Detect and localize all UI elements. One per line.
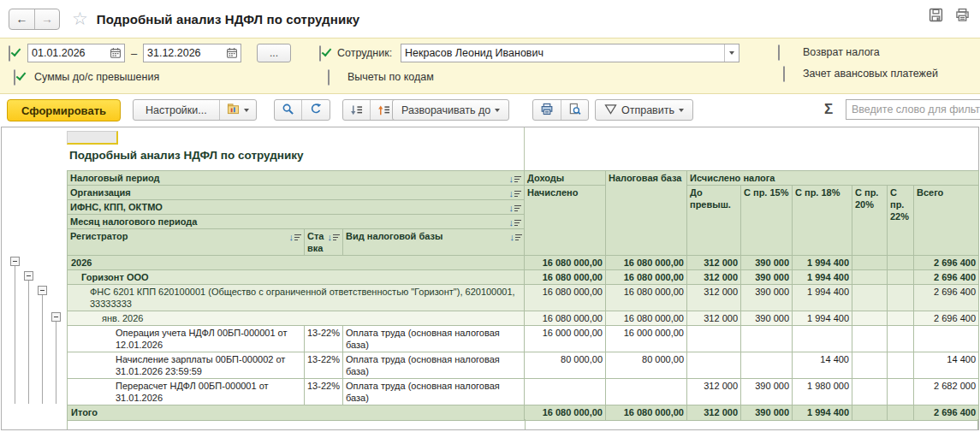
- sum-icon[interactable]: Σ: [824, 101, 833, 118]
- table-row[interactable]: Начисление зарплаты 00БП-000002 от 31.01…: [68, 352, 979, 379]
- grid-line: [524, 127, 525, 170]
- reset-search-icon: [309, 103, 323, 118]
- tree-line: [15, 266, 15, 404]
- sort-icon[interactable]: ↓: [509, 187, 522, 198]
- date-to-input[interactable]: [144, 44, 223, 62]
- send-label: Отправить: [621, 104, 674, 116]
- settings-button[interactable]: Настройки...: [134, 100, 219, 120]
- period-checkbox[interactable]: [9, 45, 10, 62]
- save-icon[interactable]: [929, 8, 943, 22]
- chevron-down-icon: [495, 109, 500, 112]
- date-from-field: [27, 44, 125, 62]
- report-area: Подробный анализ НДФЛ по сотруднику Нало…: [1, 127, 979, 430]
- sort-icon[interactable]: ↓: [509, 173, 522, 183]
- tax-refund-checkbox[interactable]: [778, 44, 780, 61]
- grouping-tree: [2, 127, 67, 429]
- table-row[interactable]: Перерасчет НДФЛ 00БП-000001 от 31.01.202…: [68, 379, 979, 405]
- quick-filter-input[interactable]: [846, 99, 980, 120]
- table-row[interactable]: Горизонт ООО 16 080 000,0016 080 000,00 …: [68, 270, 979, 285]
- send-button[interactable]: Отправить: [595, 99, 693, 121]
- search-icon: [282, 103, 294, 118]
- preview-icon: [568, 103, 581, 118]
- calendar-icon[interactable]: [223, 44, 241, 62]
- header-tax-period[interactable]: Налоговый период ↓: [68, 171, 525, 186]
- print-preview-button[interactable]: [561, 100, 588, 120]
- deductions-checkbox[interactable]: [328, 69, 330, 86]
- chevron-down-icon: [679, 109, 684, 112]
- header-organization[interactable]: Организация ↓: [68, 186, 525, 200]
- header-calculated[interactable]: Исчислено налога: [687, 171, 979, 186]
- employee-label: Сотрудник:: [337, 47, 392, 59]
- period-more-button[interactable]: ...: [257, 44, 291, 62]
- employee-dropdown-button[interactable]: [724, 44, 739, 62]
- tax-refund-label: Возврат налога: [803, 46, 880, 58]
- print-icon[interactable]: [955, 8, 970, 22]
- active-cell-cursor[interactable]: [67, 131, 118, 145]
- sort-icon[interactable]: ↓: [509, 202, 522, 212]
- employee-checkbox[interactable]: [319, 45, 321, 62]
- collapse-levels-icon[interactable]: [343, 100, 370, 120]
- sums-label: Суммы до/с превышения: [34, 71, 159, 83]
- nav-buttons: ← →: [9, 9, 60, 30]
- print-button[interactable]: [533, 100, 561, 120]
- header-ifns[interactable]: ИФНС, КПП, ОКТМО ↓: [68, 200, 525, 215]
- expand-to-label: Разворачивать до: [401, 104, 490, 116]
- sort-icon[interactable]: ↓: [510, 231, 523, 241]
- collapse-group-button[interactable]: [24, 271, 33, 281]
- report-toolbar: Сформировать Настройки... Р: [0, 94, 980, 127]
- tree-line: [56, 322, 56, 404]
- window-header: ← → ☆ Подробный анализ НДФЛ по сотрудник…: [0, 0, 980, 38]
- tree-line: [42, 295, 43, 404]
- find-button[interactable]: [275, 100, 301, 120]
- employee-field: [401, 44, 739, 62]
- page-title: Подробный анализ НДФЛ по сотруднику: [97, 12, 359, 27]
- expand-to-button[interactable]: Разворачивать до: [392, 99, 509, 121]
- printer-icon: [540, 103, 554, 118]
- sort-icon[interactable]: ↓: [328, 231, 341, 241]
- employee-input[interactable]: [401, 44, 724, 62]
- report-variants-button[interactable]: [219, 100, 256, 120]
- header-base-kind[interactable]: Вид налоговой базы ↓: [343, 229, 979, 256]
- cancel-search-icon[interactable]: [301, 100, 330, 120]
- header-income[interactable]: Доходы: [525, 171, 606, 186]
- search-group: [274, 99, 330, 121]
- tree-line: [28, 281, 29, 404]
- table-row[interactable]: янв. 2026 16 080 000,0016 080 000,00 312…: [68, 311, 979, 326]
- report-title: Подробный анализ НДФЛ по сотруднику: [69, 149, 304, 162]
- advance-offset-label: Зачет авансовых платежей: [803, 68, 938, 80]
- sort-icon[interactable]: ↓: [289, 231, 302, 241]
- header-month[interactable]: Месяц налогового периода ↓: [68, 215, 525, 229]
- collapse-expand-group: [342, 99, 398, 121]
- chevron-down-icon: [729, 51, 734, 55]
- collapse-group-button[interactable]: [38, 286, 47, 295]
- table-row[interactable]: 2026 16 080 000,0016 080 000,00 312 0003…: [68, 256, 979, 270]
- back-button[interactable]: ←: [9, 9, 34, 29]
- date-range-dash: –: [131, 47, 137, 60]
- advance-offset-checkbox[interactable]: [783, 66, 785, 82]
- settings-group: Настройки...: [133, 99, 257, 121]
- header-registrar[interactable]: Регистратор ↓: [68, 229, 305, 256]
- chevron-down-icon: [244, 109, 249, 112]
- report-variant-icon: [227, 103, 240, 117]
- send-icon: [604, 104, 617, 117]
- table-row[interactable]: ФНС 6201 КПП 620100001 (Общество с огран…: [68, 285, 979, 311]
- print-group: [532, 99, 589, 121]
- deductions-label: Вычеты по кодам: [347, 71, 434, 83]
- header-rate[interactable]: Ставка ↓: [305, 229, 343, 256]
- date-from-input[interactable]: [28, 44, 107, 62]
- forward-button[interactable]: →: [34, 9, 59, 29]
- table-row[interactable]: Операция учета НДФЛ 00БП-000001 от 12.01…: [68, 326, 979, 352]
- collapse-group-button[interactable]: [51, 312, 61, 322]
- sort-icon[interactable]: ↓: [509, 216, 522, 227]
- generate-button[interactable]: Сформировать: [7, 99, 121, 121]
- sums-checkbox[interactable]: [14, 69, 15, 86]
- grid-footer-strip: [67, 419, 978, 429]
- report-table: Налоговый период ↓ Доходы Налоговая база…: [67, 170, 979, 421]
- collapse-group-button[interactable]: [10, 257, 20, 266]
- filter-panel: – ... Сотрудник: Возврат налога Суммы до…: [0, 38, 980, 94]
- total-row[interactable]: Итого 16 080 000,0016 080 000,00 312 000…: [68, 405, 979, 421]
- date-to-field: [143, 44, 241, 62]
- favorite-star-icon[interactable]: ☆: [72, 10, 88, 27]
- calendar-icon[interactable]: [107, 44, 124, 62]
